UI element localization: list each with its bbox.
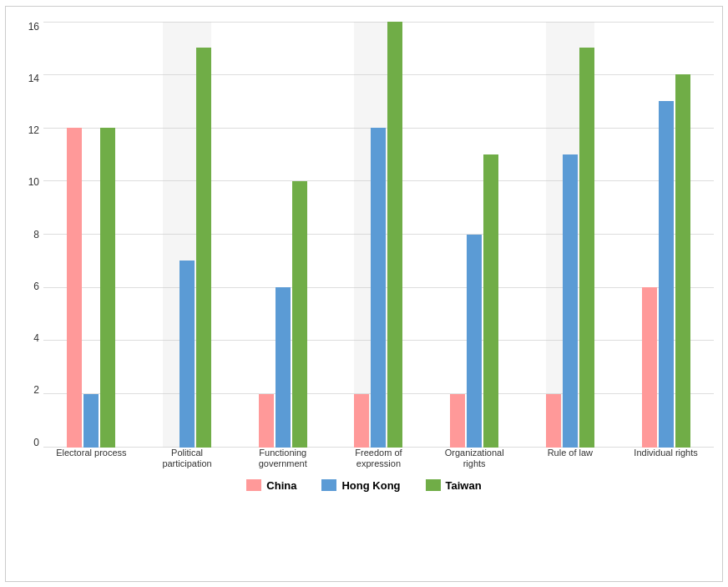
plot-area: Electoral processPoliticalparticipationF…	[43, 22, 714, 473]
bar-group	[354, 22, 402, 448]
bars-area	[43, 22, 714, 448]
bars	[163, 22, 211, 448]
x-axis-label: Functioninggovernment	[241, 448, 325, 469]
bar-group	[450, 22, 498, 448]
x-axis-label: Individual rights	[624, 448, 708, 458]
bar-china	[67, 128, 82, 448]
y-axis-label: 10	[28, 177, 39, 187]
legend-label: China	[266, 479, 296, 492]
y-axis-label: 0	[33, 438, 39, 448]
bar-group	[163, 22, 211, 448]
y-axis-label: 4	[33, 333, 39, 343]
bar-china	[259, 394, 274, 448]
bar-hk	[563, 154, 578, 448]
legend-swatch	[246, 479, 261, 491]
y-axis-label: 8	[33, 230, 39, 240]
y-axis-label: 6	[33, 281, 39, 291]
bars	[450, 22, 498, 448]
legend-item: China	[246, 479, 296, 492]
legend-item: Hong Kong	[321, 479, 400, 492]
x-labels: Electoral processPoliticalparticipationF…	[43, 448, 714, 473]
bars	[546, 22, 594, 448]
bar-taiwan	[483, 154, 498, 448]
bar-group	[546, 22, 594, 448]
bar-taiwan	[196, 48, 211, 447]
bar-hk	[179, 261, 195, 447]
bar-taiwan	[675, 74, 690, 447]
bar-hk	[276, 287, 291, 447]
chart-container: 1614121086420 Electoral processPolitical…	[5, 6, 723, 582]
x-axis-label: Freedom ofexpression	[336, 448, 420, 469]
x-axis-label: Organizationalrights	[432, 448, 516, 469]
y-axis-label: 14	[28, 73, 39, 83]
bar-china	[546, 394, 561, 448]
bar-taiwan	[387, 22, 402, 448]
bar-hk	[659, 101, 674, 447]
legend-label: Taiwan	[446, 479, 482, 492]
bar-china	[354, 394, 369, 448]
legend: ChinaHong KongTaiwan	[14, 479, 714, 496]
bar-taiwan	[579, 48, 594, 447]
y-axis: 1614121086420	[14, 22, 43, 473]
x-axis-label: Rule of law	[528, 448, 612, 458]
bars	[259, 22, 307, 448]
bar-group	[259, 22, 307, 448]
bar-china	[642, 287, 657, 447]
bar-china	[450, 394, 465, 448]
y-axis-label: 2	[33, 385, 39, 395]
bars	[642, 22, 690, 448]
bar-taiwan	[100, 128, 115, 448]
legend-swatch	[426, 479, 441, 491]
y-axis-label: 16	[28, 22, 39, 32]
legend-item: Taiwan	[426, 479, 482, 492]
bar-group	[67, 22, 115, 448]
bar-group	[642, 22, 690, 448]
bar-hk	[83, 394, 99, 448]
y-axis-label: 12	[28, 125, 39, 135]
bars	[67, 22, 115, 448]
bar-hk	[371, 128, 386, 448]
legend-swatch	[321, 479, 336, 491]
bar-hk	[467, 235, 482, 448]
x-axis-label: Electoral process	[49, 448, 133, 458]
bars	[354, 22, 402, 448]
bar-taiwan	[292, 181, 307, 448]
chart-area: 1614121086420 Electoral processPolitical…	[14, 22, 714, 473]
x-axis-label: Politicalparticipation	[145, 448, 229, 469]
legend-label: Hong Kong	[341, 479, 400, 492]
